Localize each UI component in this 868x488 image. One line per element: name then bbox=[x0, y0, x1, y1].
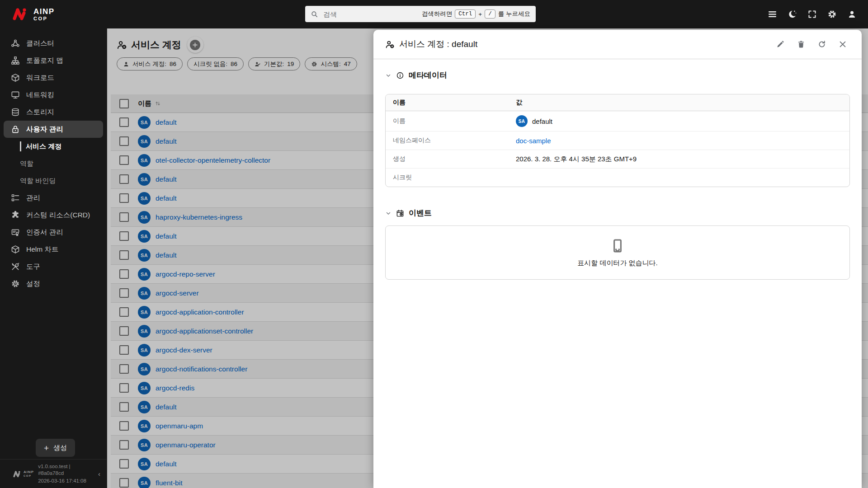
metadata-value: 2026. 3. 28. 오후 4시 35분 23초 GMT+9 bbox=[516, 155, 637, 164]
sidebar-subitem-label: 서비스 계정 bbox=[26, 142, 61, 151]
network-icon bbox=[11, 90, 20, 99]
trash-icon bbox=[797, 40, 805, 48]
fullscreen-button[interactable] bbox=[804, 6, 820, 23]
edit-button[interactable] bbox=[773, 37, 788, 52]
footer-brand-sub: COP bbox=[24, 474, 34, 477]
meta-col-value: 값 bbox=[509, 94, 529, 111]
sa-badge: SA bbox=[516, 115, 528, 127]
moon-icon bbox=[788, 9, 797, 19]
sidebar-subitem-label: 역할 바인딩 bbox=[20, 177, 56, 185]
topology-icon bbox=[11, 56, 20, 65]
build-timestamp: 2026-03-16 17:41:08 bbox=[38, 478, 92, 484]
info-icon bbox=[396, 71, 404, 80]
sidebar-item-label: 네트워킹 bbox=[26, 90, 54, 100]
metadata-row: 네임스페이스doc-sample bbox=[386, 131, 849, 150]
metadata-table-header: 이름 값 bbox=[386, 94, 849, 111]
version-string: v1.0.soo.test | #8a0a78cd bbox=[38, 463, 92, 477]
storage-icon bbox=[11, 108, 20, 117]
lock-icon bbox=[11, 125, 20, 134]
sidebar-item-label: 커스텀 리소스(CRD) bbox=[26, 211, 90, 220]
footer-brand-name: AINP bbox=[24, 470, 34, 474]
service-account-icon bbox=[385, 40, 395, 49]
certificate-icon bbox=[11, 228, 20, 237]
sidebar: 클러스터토폴로지 맵워크로드네트워킹스토리지사용자 관리서비스 계정역할역할 바… bbox=[0, 28, 107, 488]
events-section-header[interactable]: 이벤트 bbox=[385, 208, 850, 218]
hint-prefix: 검색하려면 bbox=[422, 10, 453, 18]
tasks-icon bbox=[11, 193, 20, 202]
sidebar-subitem[interactable]: 역할 bbox=[4, 155, 103, 172]
events-empty-state: 표시할 데이터가 없습니다. bbox=[385, 225, 850, 280]
tools-icon bbox=[11, 262, 20, 271]
workload-icon bbox=[11, 73, 20, 82]
sidebar-item[interactable]: 클러스터 bbox=[4, 35, 103, 52]
brand-sub: COP bbox=[33, 16, 55, 21]
sidebar-nav: 클러스터토폴로지 맵워크로드네트워킹스토리지사용자 관리서비스 계정역할역할 바… bbox=[0, 28, 107, 292]
metadata-row: 이름SAdefault bbox=[386, 111, 849, 131]
cluster-icon bbox=[11, 39, 20, 48]
sidebar-subitem[interactable]: 서비스 계정 bbox=[4, 138, 103, 155]
helm-icon bbox=[11, 245, 20, 254]
sidebar-footer: AINP COP v1.0.soo.test | #8a0a78cd 2026-… bbox=[0, 459, 107, 488]
sidebar-item-label: 인증서 관리 bbox=[26, 228, 63, 237]
refresh-button[interactable] bbox=[815, 37, 829, 52]
no-data-icon bbox=[610, 238, 625, 253]
sidebar-item[interactable]: 워크로드 bbox=[4, 69, 103, 86]
sidebar-item-label: 사용자 관리 bbox=[26, 125, 63, 134]
topbar-actions bbox=[764, 0, 860, 28]
sidebar-item[interactable]: 인증서 관리 bbox=[4, 224, 103, 241]
sidebar-item[interactable]: 관리 bbox=[4, 189, 103, 206]
sidebar-item[interactable]: 토폴로지 맵 bbox=[4, 52, 103, 69]
sidebar-item-label: Helm 차트 bbox=[26, 245, 58, 254]
namespace-link[interactable]: doc-sample bbox=[516, 137, 551, 145]
brand-name: AINP bbox=[33, 8, 55, 15]
user-menu-button[interactable] bbox=[844, 6, 860, 23]
create-button-label: 생성 bbox=[53, 444, 67, 452]
fullscreen-icon bbox=[807, 9, 817, 19]
kbd-slash: / bbox=[485, 9, 495, 19]
sidebar-subitem[interactable]: 역할 바인딩 bbox=[4, 172, 103, 189]
close-drawer-button[interactable] bbox=[835, 37, 850, 52]
plus-icon: + bbox=[44, 444, 49, 452]
metadata-label: 이름 bbox=[386, 113, 509, 129]
sidebar-item[interactable]: 도구 bbox=[4, 258, 103, 275]
metadata-table-body: 이름SAdefault네임스페이스doc-sample생성2026. 3. 28… bbox=[386, 111, 849, 187]
kbd-ctrl: Ctrl bbox=[455, 9, 476, 19]
search-input[interactable] bbox=[322, 10, 422, 19]
delete-button[interactable] bbox=[794, 37, 808, 52]
refresh-icon bbox=[818, 40, 826, 48]
sidebar-item[interactable]: 설정 bbox=[4, 275, 103, 292]
theme-toggle-button[interactable] bbox=[784, 6, 800, 23]
metadata-label: 네임스페이스 bbox=[386, 132, 509, 149]
drawer-content: 메타데이터 이름 값 이름SAdefault네임스페이스doc-sample생성… bbox=[373, 59, 862, 280]
app-root: AINP COP 검색하려면 Ctrl + / 를 누르세요 bbox=[0, 0, 868, 488]
sidebar-item-label: 클러스터 bbox=[26, 39, 54, 48]
metadata-label: 생성 bbox=[386, 151, 509, 167]
events-section-title: 이벤트 bbox=[409, 208, 432, 218]
meta-col-name: 이름 bbox=[386, 94, 509, 111]
hint-plus: + bbox=[478, 11, 482, 18]
metadata-section-header[interactable]: 메타데이터 bbox=[385, 70, 850, 80]
sidebar-item-label: 워크로드 bbox=[26, 73, 54, 83]
brand-logo[interactable]: AINP COP bbox=[12, 6, 55, 23]
menu-toggle-button[interactable] bbox=[764, 6, 780, 23]
search-shortcut-hint: 검색하려면 Ctrl + / 를 누르세요 bbox=[422, 9, 530, 19]
sidebar-item[interactable]: 커스텀 리소스(CRD) bbox=[4, 206, 103, 224]
search-icon bbox=[311, 10, 318, 18]
gear-icon bbox=[11, 279, 20, 288]
create-button[interactable]: + 생성 bbox=[36, 439, 75, 457]
drawer-header: 서비스 계정 : default bbox=[373, 30, 862, 59]
sidebar-collapse-button[interactable]: ‹ bbox=[96, 468, 102, 479]
chevron-down-icon bbox=[385, 72, 392, 79]
sidebar-item[interactable]: 스토리지 bbox=[4, 103, 103, 121]
sidebar-item-label: 관리 bbox=[26, 193, 40, 203]
sidebar-item[interactable]: Helm 차트 bbox=[4, 241, 103, 258]
brand-mark-icon bbox=[12, 6, 29, 23]
settings-button[interactable] bbox=[824, 6, 840, 23]
sidebar-item[interactable]: 네트워킹 bbox=[4, 86, 103, 103]
brand-text: AINP COP bbox=[33, 8, 55, 21]
sidebar-subitem-label: 역할 bbox=[20, 160, 33, 168]
pencil-icon bbox=[776, 40, 784, 48]
detail-drawer: 서비스 계정 : default bbox=[373, 30, 862, 488]
empty-state-text: 표시할 데이터가 없습니다. bbox=[577, 259, 658, 267]
sidebar-item[interactable]: 사용자 관리 bbox=[4, 121, 103, 138]
